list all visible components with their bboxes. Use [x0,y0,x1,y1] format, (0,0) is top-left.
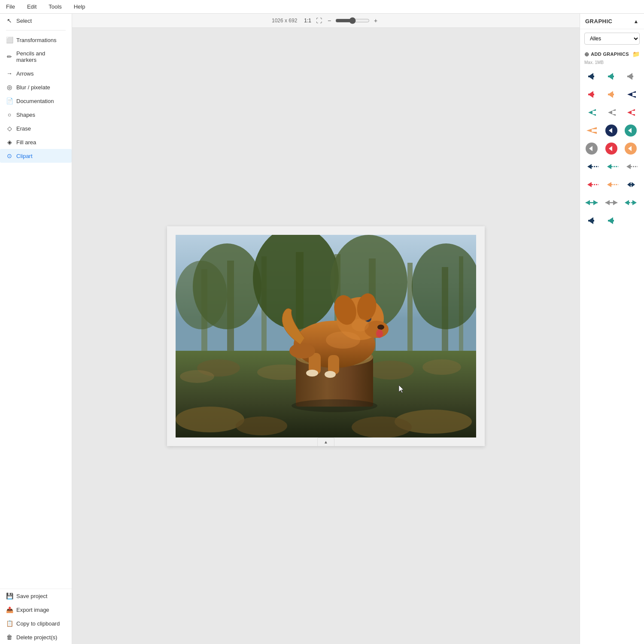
erase-icon: ◇ [6,125,13,132]
add-graphics-bar: ⊕ ADD GRAPHICS 📁 [580,48,644,60]
add-graphics-label: ADD GRAPHICS [591,52,629,57]
canvas-wrapper: ▲ [72,28,580,644]
right-panel: GRAPHIC ▲ Alles Arrows Shapes Icons ⊕ AD… [580,14,644,644]
graphic-circle-navy[interactable] [603,122,620,139]
zoom-controls: ⛶ − + [315,16,380,25]
graphic-arrow-dashed-red[interactable] [583,176,600,193]
sidebar-label-arrows: Arrows [16,70,33,77]
canvas-frame: ▲ [167,226,485,446]
zoom-level: 1:1 [304,18,311,24]
svg-marker-57 [588,109,596,116]
sidebar-label-blur: Blur / pixelate [16,84,50,91]
folder-icon[interactable]: 📁 [632,51,640,58]
svg-point-27 [377,325,384,330]
canvas-toolbar: 1026 x 692 1:1 ⛶ − + [72,14,580,28]
panel-collapse-icon[interactable]: ▲ [634,18,639,24]
graphic-arrow-dashed-yellow[interactable] [603,176,620,193]
sidebar-item-pencils[interactable]: ✏ Pencils and markers [0,47,72,67]
sidebar-item-blur[interactable]: ◎ Blur / pixelate [0,80,72,94]
svg-rect-96 [608,220,614,222]
graphic-arrow-dark-left-2[interactable] [583,213,600,229]
sidebar-item-delete[interactable]: 🗑 Delete project(s) [0,630,72,644]
menu-help[interactable]: Help [71,2,88,12]
sidebar-item-shapes[interactable]: ○ Shapes [0,108,72,122]
collapse-btn[interactable]: ▲ [317,437,334,446]
svg-point-19 [422,359,461,375]
svg-point-43 [236,416,287,435]
graphic-arrow-dark-blue-left[interactable] [583,68,600,85]
pencils-icon: ✏ [6,53,13,60]
graphic-arrow-yellow-wide[interactable] [583,122,600,139]
canvas-image[interactable] [176,235,476,437]
graphic-arrow-gray-block[interactable] [603,104,620,121]
graphic-arrow-teal-block[interactable] [583,104,600,121]
graphic-arrow-navy-block[interactable] [623,86,639,103]
fullscreen-btn[interactable]: ⛶ [315,16,323,25]
fill-icon: ◈ [6,139,13,146]
sidebar-item-documentation[interactable]: 📄 Documentation [0,94,72,108]
svg-marker-71 [587,164,592,169]
svg-marker-59 [627,109,635,116]
graphic-arrow-gray-left[interactable] [623,68,639,85]
graphic-arrow-yellow-left[interactable] [603,86,620,103]
sidebar-item-select[interactable]: ↖ Select [0,14,72,27]
graphic-arrow-red-left[interactable] [583,86,600,103]
menubar: File Edit Tools Help [0,0,644,14]
sidebar-label-erase: Erase [16,125,31,132]
svg-rect-55 [608,94,614,95]
svg-point-14 [176,261,227,329]
graphic-circle-red[interactable] [603,140,620,157]
copy-icon: 📋 [6,620,13,627]
menu-file[interactable]: File [3,2,18,12]
svg-rect-53 [588,94,594,95]
sidebar-label-transformations: Transformations [16,37,56,43]
sidebar-item-transformations[interactable]: ⬜ Transformations [0,33,72,47]
sidebar-label-save: Save project [16,593,47,599]
sidebar-item-save[interactable]: 💾 Save project [0,589,72,603]
sidebar-divider-1 [6,30,66,30]
save-icon: 💾 [6,592,13,599]
graphic-arrow-dashed-teal[interactable] [603,158,620,175]
export-icon: 📤 [6,606,13,613]
transformations-icon: ⬜ [6,36,13,43]
svg-point-37 [325,371,336,378]
zoom-out-btn[interactable]: − [325,16,334,25]
zoom-in-btn[interactable]: + [371,16,380,25]
graphic-arrow-dashed-navy[interactable] [583,158,600,175]
category-dropdown[interactable]: Alles Arrows Shapes Icons [584,33,640,45]
svg-point-39 [352,319,369,331]
sidebar-item-copy[interactable]: 📋 Copy to clipboard [0,617,72,630]
svg-point-41 [176,407,244,432]
graphic-circle-yellow[interactable] [623,140,639,157]
graphic-arrow-double-dashed-navy[interactable] [623,176,639,193]
graphic-arrow-dashed-gray[interactable] [623,158,639,175]
svg-point-35 [289,343,315,358]
sidebar-label-fill: Fill area [16,139,36,146]
graphic-arrow-double-teal2[interactable] [623,194,639,211]
add-graphics-btn[interactable]: ⊕ ADD GRAPHICS [584,51,629,58]
arrows-icon: → [6,70,13,77]
sidebar-label-shapes: Shapes [16,112,35,118]
panel-title: GRAPHIC [585,18,612,24]
graphic-circle-gray[interactable] [583,140,600,157]
documentation-icon: 📄 [6,97,13,104]
graphic-circle-teal[interactable] [623,122,639,139]
graphic-arrow-teal-left[interactable] [603,68,620,85]
graphic-arrow-double-gray[interactable] [603,194,620,211]
menu-tools[interactable]: Tools [46,2,64,12]
graphic-arrow-red-block[interactable] [623,104,639,121]
zoom-slider[interactable] [335,17,370,24]
graphic-arrow-teal-left-2[interactable] [603,213,620,229]
svg-marker-83 [632,182,635,187]
graphic-arrow-double-teal[interactable] [583,194,600,211]
sidebar-item-arrows[interactable]: → Arrows [0,67,72,80]
svg-point-44 [352,416,412,437]
menu-edit[interactable]: Edit [24,2,39,12]
sidebar-item-clipart[interactable]: ⊙ Clipart [0,149,72,163]
sidebar-item-export[interactable]: 📤 Export image [0,603,72,617]
svg-marker-75 [626,164,631,169]
sidebar-item-fill[interactable]: ◈ Fill area [0,135,72,149]
svg-marker-73 [607,164,611,169]
sidebar-item-erase[interactable]: ◇ Erase [0,122,72,135]
sidebar-label-delete: Delete project(s) [16,634,57,641]
